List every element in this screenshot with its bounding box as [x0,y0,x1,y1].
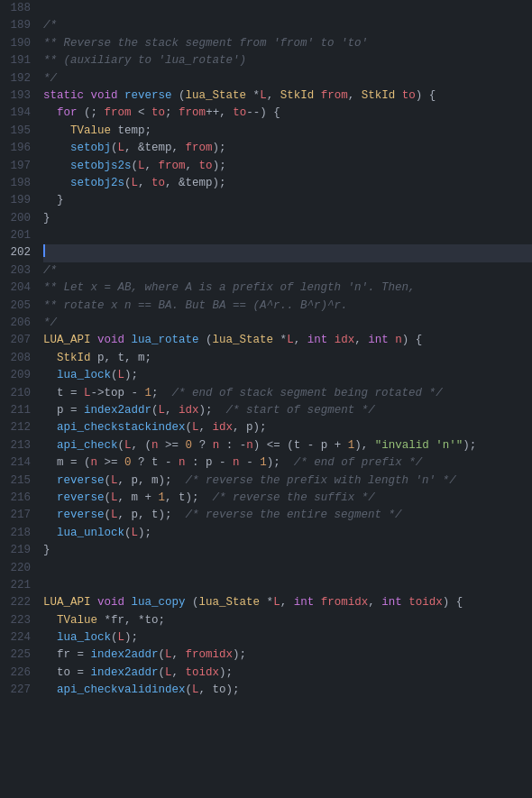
code-line-212: api_checkstackindex(L, idx, p); [43,419,532,436]
code-line-221 [43,577,532,594]
line-num-198: 198 [4,175,31,192]
code-line-199: } [43,192,532,209]
line-num-223: 223 [4,612,31,629]
line-num-217: 217 [4,507,31,524]
line-num-225: 225 [4,647,31,664]
line-num-218: 218 [4,525,31,542]
line-num-190: 190 [4,35,31,52]
code-line-214: m = (n >= 0 ? t - n : p - n - 1); /* end… [43,454,532,472]
code-line-209: lua_lock(L); [43,367,532,384]
code-line-196: setobj(L, &temp, from); [43,140,532,157]
line-num-211: 211 [4,402,31,419]
line-num-202: 202 [4,244,31,261]
code-line-224: lua_lock(L); [43,629,532,647]
code-line-218: lua_unlock(L); [43,525,532,542]
code-line-216: reverse(L, m + 1, t); /* reverse the suf… [43,490,532,507]
code-line-208: StkId p, t, m; [43,350,532,367]
code-lines[interactable]: /* ** Reverse the stack segment from 'fr… [38,0,532,700]
line-num-208: 208 [4,350,31,367]
code-line-207: LUA_API void lua_rotate (lua_State *L, i… [43,332,532,349]
line-num-191: 191 [4,52,31,69]
code-line-213: api_check(L, (n >= 0 ? n : -n) <= (t - p… [43,437,532,454]
code-line-189: /* [43,17,532,34]
code-line-204: ** Let x = AB, where A is a prefix of le… [43,280,532,297]
text-cursor [43,244,45,257]
line-num-194: 194 [4,105,31,122]
line-num-213: 213 [4,437,31,454]
code-line-210: t = L->top - 1; /* end of stack segment … [43,385,532,402]
code-line-197: setobjs2s(L, from, to); [43,158,532,175]
line-num-224: 224 [4,629,31,647]
code-line-193: static void reverse (lua_State *L, StkId… [43,87,532,105]
line-num-206: 206 [4,315,31,332]
line-num-203: 203 [4,262,31,280]
code-line-227: api_checkvalidindex(L, to); [43,682,532,699]
code-line-192: */ [43,70,532,87]
line-num-216: 216 [4,490,31,507]
line-num-201: 201 [4,227,31,244]
line-num-220: 220 [4,560,31,577]
code-line-194: for (; from < to; from++, to--) { [43,105,532,122]
line-num-205: 205 [4,298,31,315]
line-num-214: 214 [4,454,31,472]
line-num-207: 207 [4,332,31,349]
code-line-220 [43,560,532,577]
code-line-195: TValue temp; [43,123,532,140]
line-num-204: 204 [4,280,31,297]
code-line-211: p = index2addr(L, idx); /* start of segm… [43,402,532,419]
code-line-200: } [43,210,532,227]
line-num-210: 210 [4,385,31,402]
line-num-196: 196 [4,140,31,157]
line-num-219: 219 [4,542,31,559]
code-line-202 [43,244,532,261]
line-num-209: 209 [4,367,31,384]
line-num-212: 212 [4,419,31,436]
line-num-193: 193 [4,87,31,105]
line-num-195: 195 [4,123,31,140]
line-num-200: 200 [4,210,31,227]
line-num-189: 189 [4,17,31,34]
code-line-201 [43,227,532,244]
code-line-222: LUA_API void lua_copy (lua_State *L, int… [43,594,532,611]
code-line-203: /* [43,262,532,280]
code-line-217: reverse(L, p, t); /* reverse the entire … [43,507,532,524]
line-num-199: 199 [4,192,31,209]
code-line-215: reverse(L, p, m); /* reverse the prefix … [43,472,532,490]
line-numbers: 188 189 190 191 192 193 194 195 196 197 … [0,0,38,700]
code-line-219: } [43,542,532,559]
code-line-206: */ [43,315,532,332]
code-line-225: fr = index2addr(L, fromidx); [43,647,532,664]
code-line-226: to = index2addr(L, toidx); [43,665,532,682]
code-line-205: ** rotate x n == BA. But BA == (A^r.. B^… [43,298,532,315]
code-line-190: ** Reverse the stack segment from 'from'… [43,35,532,52]
line-num-197: 197 [4,158,31,175]
line-num-188: 188 [4,0,31,17]
code-line-223: TValue *fr, *to; [43,612,532,629]
code-editor: 188 189 190 191 192 193 194 195 196 197 … [0,0,532,700]
line-num-222: 222 [4,594,31,611]
line-num-215: 215 [4,472,31,490]
line-num-192: 192 [4,70,31,87]
code-line-188 [43,0,532,17]
code-line-198: setobj2s(L, to, &temp); [43,175,532,192]
line-num-227: 227 [4,682,31,699]
code-line-191: ** (auxiliary to 'lua_rotate') [43,52,532,69]
line-num-221: 221 [4,577,31,594]
line-num-226: 226 [4,665,31,682]
